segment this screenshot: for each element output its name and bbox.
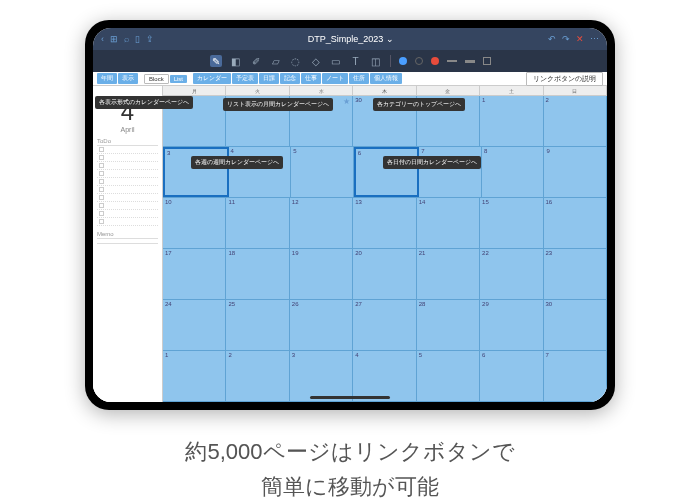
back-icon[interactable]: ‹ xyxy=(101,34,104,44)
link-help-button[interactable]: リンクボタンの説明 xyxy=(526,72,603,86)
cal-cell[interactable]: 17 xyxy=(163,249,226,299)
cal-cell[interactable]: 28 xyxy=(417,300,480,350)
cal-cell[interactable]: 4 xyxy=(229,147,292,197)
caption-line1: 約5,000ページはリンクボタンで xyxy=(185,434,514,469)
cal-cell[interactable]: 2 xyxy=(226,351,289,401)
cal-cell[interactable]: 19 xyxy=(290,249,353,299)
tab-list[interactable]: List xyxy=(170,75,187,83)
cal-cell[interactable]: 11 xyxy=(226,198,289,248)
callout-category-top: 各カテゴリーのトップページへ xyxy=(373,98,465,111)
undo-icon[interactable]: ↶ xyxy=(548,34,556,44)
header-sun[interactable]: 日 xyxy=(544,86,607,96)
cal-cell[interactable]: 26 xyxy=(290,300,353,350)
cal-cell[interactable]: 18 xyxy=(226,249,289,299)
cal-cell[interactable]: 29 xyxy=(480,300,543,350)
cal-cell[interactable]: 24 xyxy=(163,300,226,350)
cal-cell-day-highlight[interactable]: 6 xyxy=(354,147,420,197)
tab-personal[interactable]: 個人情報 xyxy=(370,73,402,84)
calendar-body: ★ 27 28 29 ★ 30 31 1 2 3 4 5 6 xyxy=(163,96,607,402)
cal-cell[interactable]: 15 xyxy=(480,198,543,248)
cal-cell[interactable]: 10 xyxy=(163,198,226,248)
screen: ‹ ⊞ ⌕ ▯ ⇪ DTP_Simple_2023 ⌄ ↶ ↷ ✕ ⋯ ✎ ◧ … xyxy=(93,28,607,402)
tab-routine[interactable]: 日課 xyxy=(259,73,279,84)
cal-cell[interactable]: 12 xyxy=(290,198,353,248)
pencil-icon[interactable]: ✐ xyxy=(250,55,262,67)
cal-cell[interactable]: 25 xyxy=(226,300,289,350)
color-black[interactable] xyxy=(415,57,423,65)
cal-cell[interactable]: 9 xyxy=(544,147,607,197)
cal-cell[interactable]: 8 xyxy=(482,147,545,197)
cal-cell[interactable]: 23 xyxy=(544,249,607,299)
more-icon[interactable]: ⋯ xyxy=(590,34,599,44)
cal-cell[interactable]: 3 xyxy=(290,351,353,401)
cal-cell[interactable]: 30 xyxy=(544,300,607,350)
tab-work[interactable]: 仕事 xyxy=(301,73,321,84)
redo-icon[interactable]: ↷ xyxy=(562,34,570,44)
ruler-icon[interactable]: ◫ xyxy=(370,55,382,67)
cal-cell[interactable]: 16 xyxy=(544,198,607,248)
sidebar: 4 April ToDo Memo xyxy=(93,86,163,402)
stroke-thin[interactable] xyxy=(447,60,457,62)
caption-line2: 簡単に移動が可能 xyxy=(185,469,514,500)
tab-anniversary[interactable]: 記念 xyxy=(280,73,300,84)
tab-schedule[interactable]: 予定表 xyxy=(232,73,258,84)
cal-cell[interactable]: 27 xyxy=(353,300,416,350)
shape-icon[interactable]: ◇ xyxy=(310,55,322,67)
todo-label: ToDo xyxy=(97,137,158,146)
header-fri[interactable]: 金 xyxy=(417,86,480,96)
memo-label: Memo xyxy=(97,230,158,239)
tab-block[interactable]: Block xyxy=(144,74,169,84)
share-icon[interactable]: ⇪ xyxy=(146,34,154,44)
home-indicator[interactable] xyxy=(310,396,390,399)
document-title[interactable]: DTP_Simple_2023 xyxy=(308,34,384,44)
cal-cell[interactable]: 21 xyxy=(417,249,480,299)
memo-area[interactable] xyxy=(97,243,158,398)
stroke-med[interactable] xyxy=(465,60,475,63)
header-tue[interactable]: 火 xyxy=(226,86,289,96)
tab-note[interactable]: ノート xyxy=(322,73,348,84)
close-icon[interactable]: ✕ xyxy=(576,34,584,44)
stroke-thick[interactable] xyxy=(483,57,491,65)
cal-cell[interactable]: 20 xyxy=(353,249,416,299)
tab-address[interactable]: 住所 xyxy=(349,73,369,84)
header-sat[interactable]: 土 xyxy=(480,86,543,96)
tab-calendar[interactable]: カレンダー xyxy=(193,73,231,84)
image-icon[interactable]: ▭ xyxy=(330,55,342,67)
month-label: April xyxy=(97,126,158,133)
pen-tool-icon[interactable]: ✎ xyxy=(210,55,222,67)
eraser-icon[interactable]: ◧ xyxy=(230,55,242,67)
search-icon[interactable]: ⌕ xyxy=(124,34,129,44)
cal-cell[interactable]: 13 xyxy=(353,198,416,248)
star-icon: ★ xyxy=(343,97,350,106)
cal-cell[interactable]: 5 xyxy=(417,351,480,401)
bookmark-icon[interactable]: ▯ xyxy=(135,34,140,44)
cal-cell[interactable]: 7 xyxy=(419,147,482,197)
tab-display[interactable]: 表示 xyxy=(118,73,138,84)
highlighter-icon[interactable]: ▱ xyxy=(270,55,282,67)
cal-cell[interactable]: 4 xyxy=(353,351,416,401)
text-icon[interactable]: T xyxy=(350,55,362,67)
cal-cell[interactable]: 5 xyxy=(291,147,354,197)
todo-list[interactable] xyxy=(97,146,158,226)
callout-daily: 各日付の日間カレンダーページへ xyxy=(383,156,481,169)
lasso-icon[interactable]: ◌ xyxy=(290,55,302,67)
cal-cell[interactable]: 1 xyxy=(163,351,226,401)
grid-icon[interactable]: ⊞ xyxy=(110,34,118,44)
cal-cell[interactable]: 22 xyxy=(480,249,543,299)
tab-year[interactable]: 年間 xyxy=(97,73,117,84)
calendar-grid: 月 火 水 木 金 土 日 ★ 27 28 29 ★ 30 xyxy=(163,86,607,402)
header-thu[interactable]: 木 xyxy=(353,86,416,96)
cal-cell-week-highlight[interactable]: 3 xyxy=(163,147,229,197)
cal-cell[interactable]: 14 xyxy=(417,198,480,248)
cal-cell[interactable]: 2 xyxy=(544,96,607,146)
color-blue[interactable] xyxy=(399,57,407,65)
color-red[interactable] xyxy=(431,57,439,65)
callout-month-list: リスト表示の月間カレンダーページへ xyxy=(223,98,333,111)
cal-cell[interactable]: 1 xyxy=(480,96,543,146)
header-mon[interactable]: 月 xyxy=(163,86,226,96)
title-dropdown-icon[interactable]: ⌄ xyxy=(386,34,394,44)
cal-cell[interactable]: 7 xyxy=(544,351,607,401)
cal-cell[interactable]: 6 xyxy=(480,351,543,401)
calendar-row: 17 18 19 20 21 22 23 xyxy=(163,249,607,300)
header-wed[interactable]: 水 xyxy=(290,86,353,96)
